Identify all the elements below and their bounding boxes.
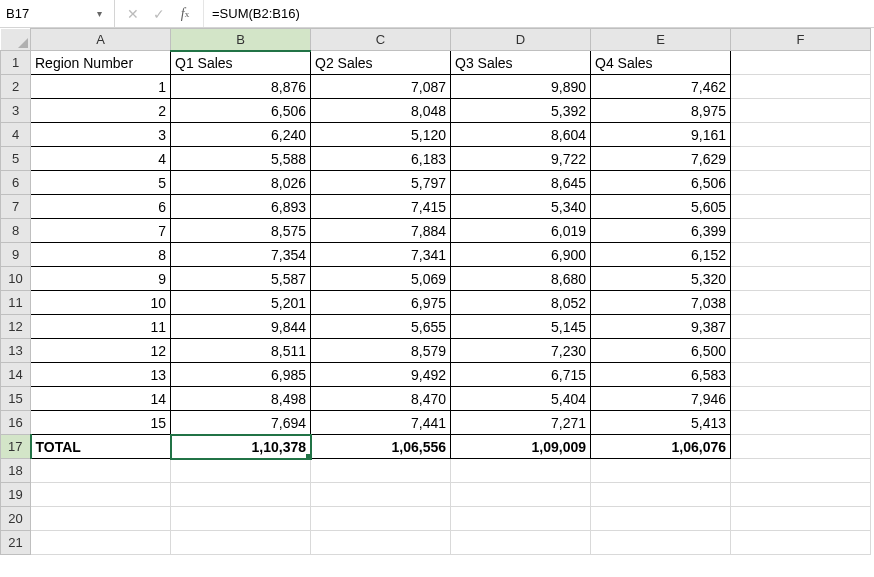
cell-D2[interactable]: 9,890 [451,75,591,99]
cell-E8[interactable]: 6,399 [591,219,731,243]
cell-D7[interactable]: 5,340 [451,195,591,219]
cell-A18[interactable] [31,459,171,483]
cell-B16[interactable]: 7,694 [171,411,311,435]
cell-C14[interactable]: 9,492 [311,363,451,387]
cell-F14[interactable] [731,363,871,387]
cell-D19[interactable] [451,483,591,507]
row-header-14[interactable]: 14 [1,363,31,387]
cell-B1[interactable]: Q1 Sales [171,51,311,75]
cell-E10[interactable]: 5,320 [591,267,731,291]
cell-E20[interactable] [591,507,731,531]
cell-E4[interactable]: 9,161 [591,123,731,147]
cell-C18[interactable] [311,459,451,483]
cell-D8[interactable]: 6,019 [451,219,591,243]
cell-C12[interactable]: 5,655 [311,315,451,339]
cell-E18[interactable] [591,459,731,483]
cell-D5[interactable]: 9,722 [451,147,591,171]
cell-B9[interactable]: 7,354 [171,243,311,267]
cell-F7[interactable] [731,195,871,219]
row-header-15[interactable]: 15 [1,387,31,411]
cell-F20[interactable] [731,507,871,531]
cell-A16[interactable]: 15 [31,411,171,435]
cell-C8[interactable]: 7,884 [311,219,451,243]
cell-F17[interactable] [731,435,871,459]
cell-B7[interactable]: 6,893 [171,195,311,219]
cell-E19[interactable] [591,483,731,507]
cell-D17[interactable]: 1,09,009 [451,435,591,459]
cell-B10[interactable]: 5,587 [171,267,311,291]
row-header-19[interactable]: 19 [1,483,31,507]
cell-F5[interactable] [731,147,871,171]
cell-B20[interactable] [171,507,311,531]
cell-A14[interactable]: 13 [31,363,171,387]
cell-C15[interactable]: 8,470 [311,387,451,411]
row-header-1[interactable]: 1 [1,51,31,75]
cell-F2[interactable] [731,75,871,99]
cell-B13[interactable]: 8,511 [171,339,311,363]
cell-F19[interactable] [731,483,871,507]
cell-B8[interactable]: 8,575 [171,219,311,243]
cell-E12[interactable]: 9,387 [591,315,731,339]
cell-C17[interactable]: 1,06,556 [311,435,451,459]
row-header-17[interactable]: 17 [1,435,31,459]
cell-D15[interactable]: 5,404 [451,387,591,411]
cell-B12[interactable]: 9,844 [171,315,311,339]
cell-E6[interactable]: 6,506 [591,171,731,195]
row-header-18[interactable]: 18 [1,459,31,483]
cell-A4[interactable]: 3 [31,123,171,147]
cell-A20[interactable] [31,507,171,531]
cell-A13[interactable]: 12 [31,339,171,363]
cell-C19[interactable] [311,483,451,507]
cell-E7[interactable]: 5,605 [591,195,731,219]
select-all-corner[interactable] [1,29,31,51]
row-header-16[interactable]: 16 [1,411,31,435]
cell-A21[interactable] [31,531,171,555]
cell-D12[interactable]: 5,145 [451,315,591,339]
cell-E14[interactable]: 6,583 [591,363,731,387]
column-header-E[interactable]: E [591,29,731,51]
cell-B6[interactable]: 8,026 [171,171,311,195]
cell-C2[interactable]: 7,087 [311,75,451,99]
cell-C11[interactable]: 6,975 [311,291,451,315]
cell-C21[interactable] [311,531,451,555]
cell-E5[interactable]: 7,629 [591,147,731,171]
namebox-dropdown-icon[interactable]: ▾ [90,8,108,19]
cell-C3[interactable]: 8,048 [311,99,451,123]
cell-C20[interactable] [311,507,451,531]
cell-D4[interactable]: 8,604 [451,123,591,147]
formula-input[interactable] [204,4,874,23]
column-header-A[interactable]: A [31,29,171,51]
cell-C6[interactable]: 5,797 [311,171,451,195]
cell-B3[interactable]: 6,506 [171,99,311,123]
row-header-9[interactable]: 9 [1,243,31,267]
cell-D3[interactable]: 5,392 [451,99,591,123]
cell-D14[interactable]: 6,715 [451,363,591,387]
spreadsheet-grid[interactable]: ABCDEF1Region NumberQ1 SalesQ2 SalesQ3 S… [0,28,874,555]
cell-F1[interactable] [731,51,871,75]
fx-icon[interactable]: fx [173,3,197,25]
column-header-C[interactable]: C [311,29,451,51]
cell-B14[interactable]: 6,985 [171,363,311,387]
cell-E2[interactable]: 7,462 [591,75,731,99]
cell-B19[interactable] [171,483,311,507]
cell-F10[interactable] [731,267,871,291]
cell-B18[interactable] [171,459,311,483]
cell-C16[interactable]: 7,441 [311,411,451,435]
row-header-7[interactable]: 7 [1,195,31,219]
cell-B21[interactable] [171,531,311,555]
row-header-2[interactable]: 2 [1,75,31,99]
cell-F6[interactable] [731,171,871,195]
cell-A15[interactable]: 14 [31,387,171,411]
cell-F11[interactable] [731,291,871,315]
row-header-8[interactable]: 8 [1,219,31,243]
cell-A11[interactable]: 10 [31,291,171,315]
cell-D9[interactable]: 6,900 [451,243,591,267]
cell-F16[interactable] [731,411,871,435]
cell-D11[interactable]: 8,052 [451,291,591,315]
cell-D16[interactable]: 7,271 [451,411,591,435]
cell-E3[interactable]: 8,975 [591,99,731,123]
cell-D21[interactable] [451,531,591,555]
cell-A3[interactable]: 2 [31,99,171,123]
cell-C10[interactable]: 5,069 [311,267,451,291]
cell-A8[interactable]: 7 [31,219,171,243]
